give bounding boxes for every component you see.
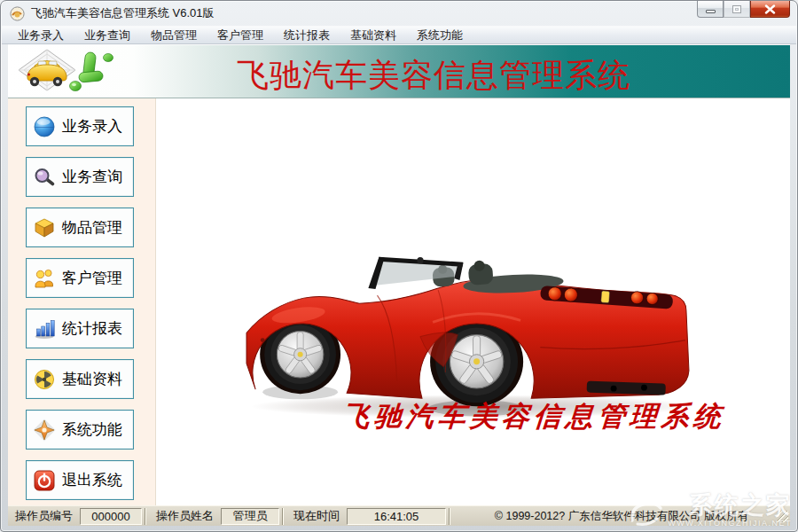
operator-name-value: 管理员 xyxy=(221,508,279,525)
statusbar-divider xyxy=(145,508,146,525)
time-label: 现在时间 xyxy=(286,508,347,524)
close-icon[interactable] xyxy=(750,1,790,18)
operator-id-value: 000000 xyxy=(80,508,142,525)
maximize-icon[interactable] xyxy=(724,1,750,18)
sidebar-item-label: 业务查询 xyxy=(62,167,122,187)
app-icon xyxy=(10,6,25,21)
globe-icon xyxy=(33,115,56,138)
car-image xyxy=(245,239,692,425)
status-bar: 操作员编号 000000 操作员姓名 管理员 现在时间 16:41:05 © 1… xyxy=(8,505,790,526)
magnifier-icon xyxy=(33,166,56,189)
menu-item-business-query[interactable]: 业务查询 xyxy=(75,27,139,44)
power-icon xyxy=(33,469,56,492)
sidebar-item-base-data[interactable]: 基础资料 xyxy=(26,359,134,399)
system-icon xyxy=(33,419,56,442)
base-data-icon xyxy=(33,368,56,391)
operator-name-label: 操作员姓名 xyxy=(149,508,221,524)
minimize-icon[interactable] xyxy=(697,1,724,18)
menu-item-base-data[interactable]: 基础资料 xyxy=(341,27,405,44)
sidebar-item-exit[interactable]: 退出系统 xyxy=(26,460,134,500)
title-bar[interactable]: 飞驰汽车美容信息管理系统 V6.01版 xyxy=(1,1,797,26)
copyright-text: © 1999-2012? 广东信华软件科技有限公司 版权所有 xyxy=(453,509,790,524)
statusbar-divider xyxy=(282,508,284,525)
sidebar-item-business-entry[interactable]: 业务录入 xyxy=(26,106,134,146)
menu-item-goods-mgmt[interactable]: 物品管理 xyxy=(142,27,206,44)
time-value: 16:41:05 xyxy=(347,508,446,525)
header-banner: 飞驰汽车美容信息管理系统 xyxy=(8,44,790,98)
sidebar-item-system[interactable]: 系统功能 xyxy=(26,410,134,450)
menu-item-customer-mgmt[interactable]: 客户管理 xyxy=(208,27,272,44)
sidebar-item-label: 基础资料 xyxy=(62,369,122,389)
menu-bar: 业务录入 业务查询 物品管理 客户管理 统计报表 基础资料 系统功能 xyxy=(2,26,796,44)
sidebar-item-customer-mgmt[interactable]: 客户管理 xyxy=(26,258,134,298)
statusbar-divider xyxy=(449,508,450,525)
brand-calligraphy-text: 飞驰汽车美容信息管理系统 xyxy=(341,398,727,435)
main-content: 飞驰汽车美容信息管理系统 xyxy=(156,98,790,505)
sidebar-nav: 业务录入 业务查询 物品管理 xyxy=(8,98,156,505)
menu-item-system[interactable]: 系统功能 xyxy=(408,27,472,44)
sidebar-item-label: 客户管理 xyxy=(62,268,122,288)
sidebar-item-label: 退出系统 xyxy=(62,470,122,490)
resize-grip[interactable] xyxy=(777,511,788,522)
box-icon xyxy=(33,216,56,239)
sidebar-item-goods-mgmt[interactable]: 物品管理 xyxy=(26,207,134,247)
menu-item-statistics[interactable]: 统计报表 xyxy=(275,27,339,44)
sidebar-item-statistics[interactable]: 统计报表 xyxy=(26,309,134,348)
bar-chart-icon xyxy=(33,317,56,340)
app-window: 飞驰汽车美容信息管理系统 V6.01版 业务录入 业务查询 物品管理 客户管理 … xyxy=(0,0,798,532)
sidebar-item-label: 业务录入 xyxy=(62,116,122,137)
sidebar-item-label: 物品管理 xyxy=(62,217,122,238)
sidebar-item-label: 统计报表 xyxy=(62,318,122,339)
customers-icon xyxy=(33,267,56,290)
operator-id-label: 操作员编号 xyxy=(8,508,80,524)
sidebar-item-label: 系统功能 xyxy=(62,419,122,440)
menu-item-business-entry[interactable]: 业务录入 xyxy=(9,27,73,44)
header-title: 飞驰汽车美容信息管理系统 xyxy=(8,54,790,98)
window-controls xyxy=(697,1,790,18)
window-title: 飞驰汽车美容信息管理系统 V6.01版 xyxy=(31,5,215,21)
sidebar-item-business-query[interactable]: 业务查询 xyxy=(26,157,134,197)
